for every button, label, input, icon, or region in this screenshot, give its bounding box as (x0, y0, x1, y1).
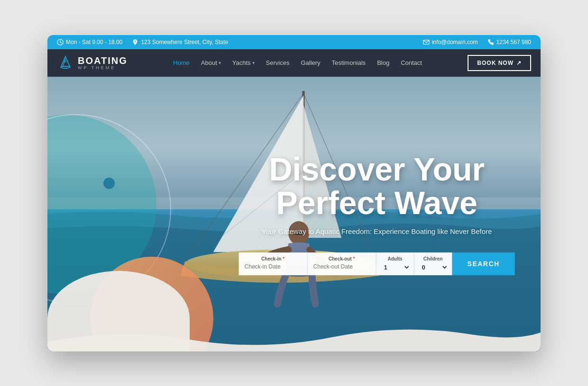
hours-text: Mon - Sat 9.00 - 18.00 (66, 39, 122, 45)
logo-text: BOATING WP THEME (78, 56, 128, 70)
children-group: Children 0 1 2 3 4 (414, 252, 452, 275)
checkout-group: Check-out * (308, 252, 377, 275)
logo-subtitle: WP THEME (78, 65, 128, 70)
checkin-label: Check-in * (245, 256, 302, 261)
book-now-button[interactable]: BOOK NOW ↗ (468, 55, 531, 71)
hero-subtitle: Your Gateway to Aquatic Freedom: Experie… (239, 227, 515, 235)
location-icon (132, 39, 138, 45)
phone-item: 1234 567 980 (487, 39, 531, 45)
checkout-input[interactable] (313, 263, 370, 270)
search-button[interactable]: SEARCH (452, 252, 515, 275)
nav-bar: BOATING WP THEME Home About ▾ Yachts ▾ S… (47, 49, 541, 77)
nav-link-home[interactable]: Home (168, 56, 194, 69)
top-bar: Mon - Sat 9.00 - 18.00 123 Somewhere Str… (47, 35, 541, 49)
svg-line-2 (60, 42, 62, 43)
adults-group: Adults 1 2 3 4 5 (377, 252, 414, 275)
email-text: info@domain.com (432, 39, 478, 45)
logo-title: BOATING (78, 56, 128, 65)
email-icon (423, 39, 430, 45)
phone-icon (487, 39, 494, 45)
search-form: Check-in * Check-out * Adults 1 2 3 (239, 252, 515, 275)
hero-section: Discover Your Perfect Wave Your Gateway … (47, 77, 541, 351)
top-bar-left: Mon - Sat 9.00 - 18.00 123 Somewhere Str… (57, 39, 228, 45)
nav-link-contact[interactable]: Contact (396, 56, 427, 69)
checkin-group: Check-in * (239, 252, 308, 275)
svg-point-5 (64, 60, 66, 62)
yachts-chevron-icon: ▾ (252, 60, 255, 65)
clock-icon (57, 39, 64, 45)
nav-link-testimonials[interactable]: Testimonials (327, 56, 371, 69)
wave-bottom-svg (47, 309, 541, 351)
hero-content: Discover Your Perfect Wave Your Gateway … (239, 153, 515, 276)
svg-point-21 (103, 178, 115, 189)
nav-links: Home About ▾ Yachts ▾ Services Gallery T… (168, 56, 427, 69)
phone-text: 1234 567 980 (496, 39, 531, 45)
logo[interactable]: BOATING WP THEME (57, 54, 128, 72)
nav-link-about[interactable]: About ▾ (196, 56, 226, 69)
adults-label: Adults (382, 256, 408, 261)
children-select[interactable]: 0 1 2 3 4 (420, 263, 449, 271)
nav-link-yachts[interactable]: Yachts ▾ (228, 56, 259, 69)
checkout-label: Check-out * (313, 256, 370, 261)
adults-select[interactable]: 1 2 3 4 5 (382, 263, 411, 271)
about-chevron-icon: ▾ (219, 60, 221, 65)
logo-icon (57, 54, 74, 72)
children-label: Children (420, 256, 446, 261)
address-item: 123 Somewhere Street, City, State (132, 39, 228, 45)
address-text: 123 Somewhere Street, City, State (141, 39, 228, 45)
email-item: info@domain.com (423, 39, 478, 45)
nav-link-gallery[interactable]: Gallery (296, 56, 325, 69)
top-bar-right: info@domain.com 1234 567 980 (423, 39, 531, 45)
nav-link-blog[interactable]: Blog (372, 56, 394, 69)
hours-item: Mon - Sat 9.00 - 18.00 (57, 39, 122, 45)
arrow-icon: ↗ (516, 60, 522, 66)
nav-link-services[interactable]: Services (261, 56, 294, 69)
hero-title: Discover Your Perfect Wave (239, 153, 515, 220)
checkin-input[interactable] (245, 263, 302, 270)
browser-window: Mon - Sat 9.00 - 18.00 123 Somewhere Str… (47, 35, 541, 351)
